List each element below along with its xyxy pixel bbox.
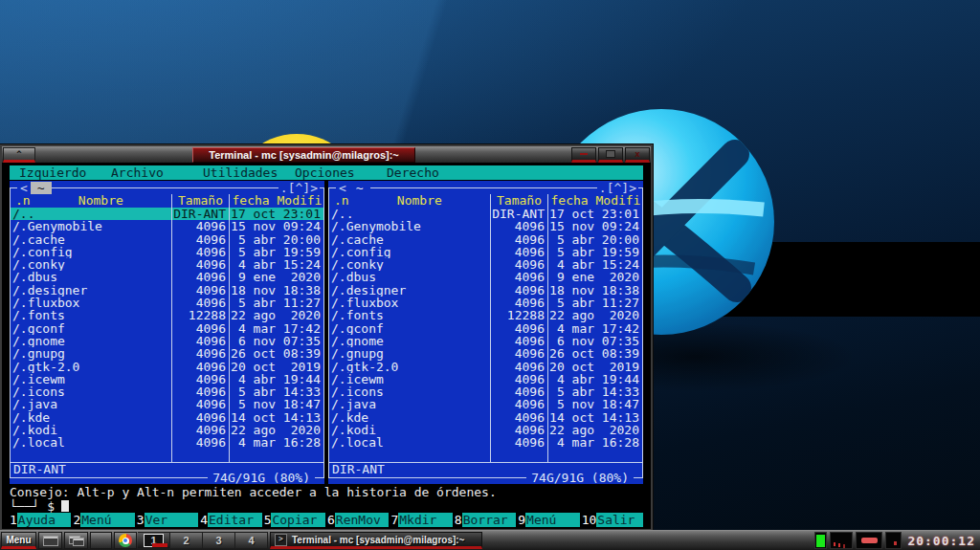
file-row[interactable]: /.kde 4096 14 oct 14:13 xyxy=(328,411,643,424)
sort-indicator[interactable]: .n xyxy=(331,194,349,208)
taskbar-task-button[interactable]: > Terminal - mc [sysadmin@milagros]:~ xyxy=(270,532,482,549)
fn-key-button[interactable]: 9 Menú xyxy=(518,513,579,527)
left-file-list: /.. DIR-ANT 17 oct 23:01 /.Genymobile 40… xyxy=(10,208,324,450)
file-row[interactable]: /.local 4096 4 mar 16:28 xyxy=(328,436,643,449)
browser-launcher-button[interactable] xyxy=(114,532,137,549)
mc-menu-item[interactable]: Izquierdo xyxy=(10,165,101,180)
file-row[interactable]: /.icewm 4096 4 abr 19:44 xyxy=(10,373,324,385)
file-row[interactable]: /.cache 4096 5 abr 20:00 xyxy=(328,233,643,246)
minimize-button[interactable] xyxy=(571,147,596,163)
file-row[interactable]: /.local 4096 4 mar 16:28 xyxy=(10,436,324,449)
file-row[interactable]: /.dbus 4096 9 ene 2020 xyxy=(328,271,643,283)
file-row[interactable]: /.gconf 4096 4 mar 17:42 xyxy=(328,322,643,335)
file-row[interactable]: /.gnupg 4096 26 oct 08:39 xyxy=(328,347,643,360)
file-row[interactable]: /.cache 4096 5 abr 20:00 xyxy=(10,233,324,246)
right-panel-path: ~ xyxy=(349,182,370,194)
file-row[interactable]: /.conky 4096 4 abr 15:24 xyxy=(10,258,324,271)
mc-menu-item[interactable]: Derecho xyxy=(377,165,469,180)
fn-key-number: 10 xyxy=(582,513,597,527)
file-row[interactable]: /.icewm 4096 4 abr 19:44 xyxy=(328,373,643,385)
start-menu-button[interactable]: Menu xyxy=(1,532,36,549)
toolbar-blank-button[interactable] xyxy=(90,532,112,549)
window-menu-button[interactable]: ^ xyxy=(3,147,35,163)
left-panel-corner-controls[interactable]: .[^]> xyxy=(278,182,320,194)
file-row[interactable]: /.gtk-2.0 4096 20 oct 2019 xyxy=(10,361,324,373)
fn-key-number: 4 xyxy=(200,513,208,527)
workspace-button[interactable]: 4 xyxy=(235,532,268,549)
file-row[interactable]: /.gtk-2.0 4096 20 oct 2019 xyxy=(328,361,643,373)
file-row[interactable]: /.designer 4096 18 nov 18:38 xyxy=(10,284,324,297)
file-row[interactable]: /.dbus 4096 9 ene 2020 xyxy=(10,271,324,283)
terminal-icon: > xyxy=(275,534,287,546)
file-row[interactable]: /.kodi 4096 22 ago 2020 xyxy=(10,424,324,436)
close-button[interactable]: x xyxy=(625,147,650,163)
close-icon: x xyxy=(635,149,639,159)
left-panel-path: ~ xyxy=(31,182,52,194)
file-row[interactable]: /.icons 4096 5 abr 14:33 xyxy=(328,385,643,398)
file-row[interactable]: /.gnome 4096 6 nov 07:35 xyxy=(10,335,324,347)
right-panel-path-tab[interactable]: < ~ xyxy=(336,182,370,194)
mc-panels: < ~ .[^]> .n Nombre Tamaño fecha Modifi xyxy=(10,181,643,484)
fn-key-button[interactable]: 5 Copiar xyxy=(264,513,325,527)
file-row[interactable]: /.java 4096 5 nov 18:47 xyxy=(10,398,324,410)
shell-prompt[interactable]: └──┘ $ xyxy=(10,499,643,513)
mc-menu-item[interactable]: Opciones xyxy=(285,165,377,180)
column-size[interactable]: Tamaño xyxy=(171,194,229,208)
file-row[interactable]: /.. DIR-ANT 17 oct 23:01 xyxy=(10,208,324,220)
fn-key-button[interactable]: 10 Salir xyxy=(582,513,643,527)
show-desktop-button[interactable] xyxy=(64,532,88,549)
file-row[interactable]: /.icons 4096 5 abr 14:33 xyxy=(10,385,324,398)
file-row[interactable]: /.config 4096 5 abr 19:59 xyxy=(10,246,324,258)
fn-key-button[interactable]: 6 RenMov xyxy=(327,513,389,527)
file-row[interactable]: /.fluxbox 4096 5 abr 11:27 xyxy=(328,297,643,309)
mc-menu-item[interactable]: Archivo xyxy=(101,165,193,180)
fn-key-number: 8 xyxy=(455,513,462,527)
file-row[interactable]: /.kodi 4096 22 ago 2020 xyxy=(328,424,643,436)
window-titlebar[interactable]: ^ Terminal - mc [sysadmin@milagros]:~ x xyxy=(2,146,651,163)
left-disk-usage: 74G/91G (80%) xyxy=(208,472,315,484)
column-name[interactable]: Nombre xyxy=(349,194,490,208)
file-row[interactable]: /.fonts 12288 22 ago 2020 xyxy=(10,309,324,321)
fn-key-button[interactable]: 2 Menú xyxy=(73,513,134,527)
file-row[interactable]: /.gnupg 4096 26 oct 08:39 xyxy=(10,347,324,360)
sort-indicator[interactable]: .n xyxy=(12,194,31,208)
column-name[interactable]: Nombre xyxy=(31,194,171,208)
workspace-button[interactable]: 2 xyxy=(170,532,203,549)
workspace-number: 1 xyxy=(144,534,163,547)
file-row[interactable]: /.conky 4096 4 abr 15:24 xyxy=(328,258,643,271)
mc-menu-item[interactable]: Utilidades xyxy=(193,165,285,180)
workspace-number: 2 xyxy=(183,535,189,546)
workspace-button[interactable]: 3 xyxy=(203,532,235,549)
file-row[interactable]: /.java 4096 5 nov 18:47 xyxy=(328,398,643,410)
network-monitor-icon xyxy=(830,532,853,549)
file-row[interactable]: /.gnome 4096 6 nov 07:35 xyxy=(328,335,643,347)
file-row[interactable]: /.fluxbox 4096 5 abr 11:27 xyxy=(10,297,324,309)
workspace-button[interactable]: 1 xyxy=(138,532,170,549)
left-panel-path-tab[interactable]: < ~ xyxy=(17,182,52,194)
mc-hint-line: Consejo: Alt-p y Alt-n permiten acceder … xyxy=(10,486,643,499)
mailbox-monitor-icon xyxy=(856,532,882,549)
file-row[interactable]: /.config 4096 5 abr 19:59 xyxy=(328,246,643,258)
fn-key-button[interactable]: 8 Borrar xyxy=(455,513,516,527)
fn-key-button[interactable]: 4 Editar xyxy=(200,513,261,527)
fn-key-button[interactable]: 3 Ver xyxy=(137,513,198,527)
file-row[interactable]: /.designer 4096 18 nov 18:38 xyxy=(328,284,643,297)
file-row[interactable]: /.Genymobile 4096 15 nov 09:24 xyxy=(10,220,324,232)
text-cursor xyxy=(61,500,69,512)
file-row[interactable]: /.gconf 4096 4 mar 17:42 xyxy=(10,322,324,335)
right-panel-corner-controls[interactable]: .[^]> xyxy=(597,182,638,194)
column-size[interactable]: Tamaño xyxy=(490,194,547,208)
fn-key-number: 7 xyxy=(390,513,398,527)
file-row[interactable]: /.. DIR-ANT 17 oct 23:01 xyxy=(328,208,643,220)
fn-key-label: Editar xyxy=(208,513,262,527)
maximize-button[interactable] xyxy=(598,147,623,163)
titlebar-spacer xyxy=(415,146,570,163)
fn-key-button[interactable]: 1 Ayuda xyxy=(10,513,71,527)
fn-key-button[interactable]: 7 Mkdir xyxy=(390,513,452,527)
window-list-button[interactable] xyxy=(38,532,62,549)
file-row[interactable]: /.Genymobile 4096 15 nov 09:24 xyxy=(328,220,643,232)
file-row[interactable]: /.fonts 12288 22 ago 2020 xyxy=(328,309,643,321)
file-row[interactable]: /.kde 4096 14 oct 14:13 xyxy=(10,411,324,424)
column-date[interactable]: fecha Modifi xyxy=(229,194,324,208)
column-date[interactable]: fecha Modifi xyxy=(547,194,643,208)
